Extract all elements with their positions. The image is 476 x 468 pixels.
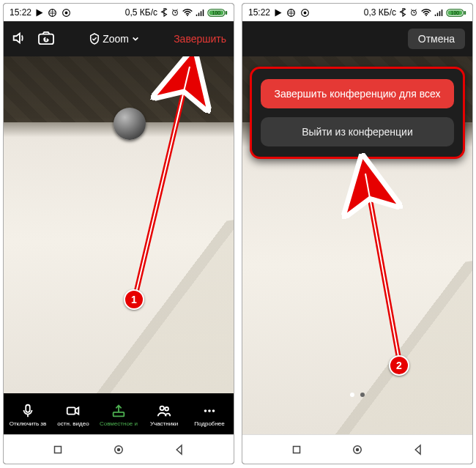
mute-audio-button[interactable]: Отключить зв [5, 403, 51, 427]
android-status-bar: 15:22 0,5 КБ/с 100 [4, 4, 234, 21]
video-feed[interactable]: Завершить конференцию для всех Выйти из … [242, 56, 472, 434]
svg-rect-33 [294, 446, 300, 453]
zoom-bottom-toolbar: Отключить зв остн. видео Совместное и Уч… [4, 393, 234, 434]
svg-rect-28 [464, 11, 466, 15]
bluetooth-icon [160, 8, 168, 17]
alarm-icon [171, 8, 179, 17]
share-label: Совместное и [100, 420, 138, 427]
zoom-top-bar: Отмена [242, 21, 472, 56]
chevron-down-icon [132, 35, 139, 42]
battery-icon: 100 [446, 8, 466, 18]
phone-screenshot-left: 15:22 0,5 КБ/с 100 Zoom Завершить [3, 3, 234, 464]
svg-point-17 [208, 409, 211, 412]
app-title-text: Zoom [103, 33, 129, 45]
back-button[interactable] [412, 443, 425, 456]
cancel-button[interactable]: Отмена [408, 29, 465, 49]
status-net-speed: 0,5 КБ/с [125, 7, 157, 18]
browser-icon [48, 8, 57, 18]
chrome-icon [62, 8, 71, 18]
mute-label: Отключить зв [10, 420, 47, 427]
zoom-top-bar: Zoom Завершить [4, 21, 234, 56]
wifi-icon [421, 9, 431, 17]
status-time: 15:22 [10, 7, 31, 18]
svg-point-14 [160, 406, 165, 410]
svg-point-18 [212, 409, 215, 412]
status-time: 15:22 [248, 7, 270, 18]
svg-rect-12 [67, 407, 75, 414]
page-indicator [242, 387, 472, 402]
wifi-icon [182, 9, 193, 17]
end-meeting-button[interactable]: Завершить [174, 33, 226, 45]
signal-icon [196, 9, 204, 17]
share-screen-button[interactable]: Совместное и [96, 403, 141, 427]
android-nav-bar [4, 434, 234, 464]
page-dot [360, 393, 365, 397]
svg-rect-11 [26, 404, 30, 412]
participants-label: Участники [150, 420, 178, 427]
participants-button[interactable]: Участники [141, 403, 187, 427]
switch-camera-icon[interactable] [37, 31, 55, 48]
phone-screenshot-right: 15:22 0,3 КБ/с 100 Отмена Завершить конф… [242, 3, 473, 464]
back-button[interactable] [173, 443, 186, 456]
browser-icon [286, 8, 296, 18]
svg-point-4 [187, 15, 188, 16]
chrome-icon [300, 8, 310, 18]
leave-meeting-button[interactable]: Выйти из конференции [261, 117, 454, 146]
svg-text:100: 100 [451, 10, 459, 15]
bluetooth-icon [399, 8, 406, 17]
android-status-bar: 15:22 0,3 КБ/с 100 [242, 4, 472, 21]
svg-rect-13 [114, 412, 124, 416]
home-button[interactable] [112, 443, 125, 456]
svg-rect-8 [39, 34, 53, 44]
page-dot-active [350, 393, 354, 397]
alarm-icon [409, 8, 418, 17]
android-nav-bar [242, 434, 472, 464]
recent-apps-button[interactable] [51, 443, 64, 456]
svg-point-21 [117, 447, 121, 451]
svg-point-35 [356, 447, 360, 451]
notification-icon [275, 9, 282, 16]
svg-point-16 [204, 409, 207, 412]
video-feed[interactable]: 1 [4, 56, 234, 393]
svg-rect-19 [55, 446, 62, 453]
svg-point-15 [165, 406, 168, 410]
more-label: Подробнее [194, 420, 225, 427]
more-button[interactable]: Подробнее [187, 403, 232, 427]
svg-point-26 [425, 15, 427, 16]
svg-point-24 [304, 11, 307, 14]
battery-level: 100 [212, 10, 220, 15]
stop-video-button[interactable]: остн. видео [51, 403, 96, 427]
svg-rect-6 [226, 11, 227, 15]
signal-icon [434, 9, 443, 17]
recent-apps-button[interactable] [290, 443, 303, 456]
video-label: остн. видео [57, 420, 89, 427]
notification-icon [37, 9, 43, 16]
app-title[interactable]: Zoom [89, 33, 139, 45]
end-meeting-dialog: Завершить конференцию для всех Выйти из … [250, 67, 465, 159]
home-button[interactable] [351, 443, 364, 456]
speaker-icon[interactable] [11, 30, 27, 48]
battery-icon: 100 [207, 8, 228, 18]
end-for-all-button[interactable]: Завершить конференцию для всех [261, 79, 454, 108]
svg-point-2 [65, 11, 68, 14]
status-net-speed: 0,3 КБ/с [364, 7, 396, 18]
